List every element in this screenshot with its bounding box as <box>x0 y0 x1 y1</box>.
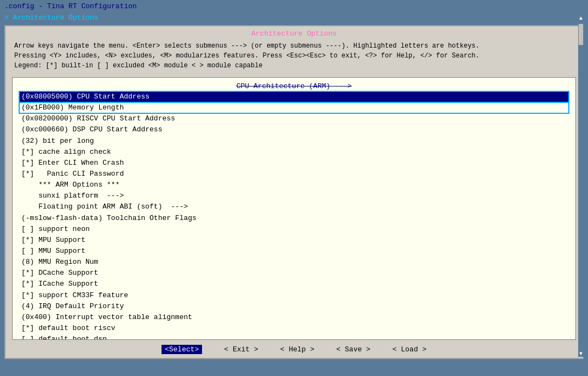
list-item[interactable]: [ ] default boot dsp <box>19 334 569 340</box>
scroll-thumb[interactable] <box>578 24 584 45</box>
app-title: .config - Tina RT Configuration <box>4 2 137 10</box>
list-item[interactable]: [ ] MMU Support <box>19 246 569 257</box>
list-item[interactable]: [*] DCache Support <box>19 268 569 279</box>
content-area: CPU Architecture (ARM) ---> (0x08005000)… <box>12 77 576 340</box>
list-item[interactable]: *** ARM Options *** <box>19 180 569 190</box>
list-item[interactable]: [*] Enter CLI When Crash <box>19 158 569 169</box>
title-bar: .config - Tina RT Configuration <box>0 0 588 13</box>
save-button[interactable]: < Save > <box>336 345 370 354</box>
list-item[interactable]: [*] support CM33F feature <box>19 290 569 301</box>
list-item[interactable]: (0xc000660) DSP CPU Start Address <box>19 124 569 135</box>
help-text: Arrow keys navigate the menu. <Enter> se… <box>5 40 583 75</box>
scroll-up-arrow[interactable]: ▲ <box>579 15 583 21</box>
menu-title: CPU Architecture (ARM) ---> <box>19 82 569 90</box>
breadcrumb: > Architecture Options <box>0 13 588 23</box>
list-item[interactable]: sunxi platform ---> <box>19 190 569 201</box>
list-item[interactable]: (32) bit per long <box>19 136 569 147</box>
list-item[interactable]: [*] Panic CLI Password <box>19 169 569 180</box>
main-window: Architecture Options Arrow keys navigate… <box>4 25 584 359</box>
list-item[interactable]: [ ] support neon <box>19 224 569 235</box>
help-button[interactable]: < Help > <box>280 345 314 354</box>
list-item[interactable]: (0x08200000) RISCV CPU Start Address <box>19 113 569 124</box>
list-item[interactable]: (0x1FB000) Memory Length <box>19 102 569 113</box>
list-item[interactable]: (0x08005000) CPU Start Address <box>19 91 569 102</box>
list-item[interactable]: [*] cache align check <box>19 147 569 158</box>
select-button[interactable]: <Select> <box>162 345 202 354</box>
window-title: Architecture Options <box>5 26 583 40</box>
scrollbar[interactable]: ▲ ▼ <box>578 15 584 357</box>
list-item[interactable]: (0x400) Interrupt vector table alignment <box>19 312 569 323</box>
list-item[interactable]: [*] MPU Support <box>19 235 569 246</box>
list-item[interactable]: [*] default boot riscv <box>19 323 569 334</box>
list-item[interactable]: (4) IRQ Default Priority <box>19 301 569 312</box>
list-item[interactable]: Floating point ARM ABI (soft) ---> <box>19 201 569 212</box>
list-item[interactable]: [*] ICache Support <box>19 279 569 290</box>
scroll-down-arrow[interactable]: ▼ <box>579 351 583 357</box>
menu-items-container: (0x08005000) CPU Start Address(0x1FB000)… <box>19 91 569 340</box>
exit-button[interactable]: < Exit > <box>224 345 258 354</box>
breadcrumb-text: > Architecture Options <box>4 14 99 22</box>
list-item[interactable]: (8) MMU Region Num <box>19 257 569 268</box>
list-item[interactable]: (-mslow-flash-data) Toolchain Other Flag… <box>19 213 569 224</box>
bottom-buttons-bar: <Select> < Exit > < Help > < Save > < Lo… <box>5 342 583 358</box>
load-button[interactable]: < Load > <box>393 345 426 354</box>
